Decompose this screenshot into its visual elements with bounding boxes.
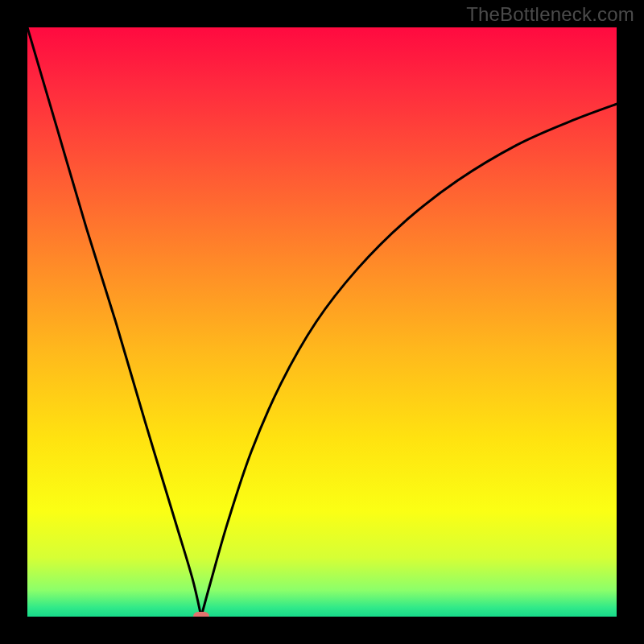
chart-frame: TheBottleneck.com <box>0 0 644 644</box>
minimum-marker <box>193 612 209 617</box>
bottleneck-curve <box>27 27 617 617</box>
watermark-text: TheBottleneck.com <box>466 3 634 26</box>
plot-area <box>27 27 617 617</box>
